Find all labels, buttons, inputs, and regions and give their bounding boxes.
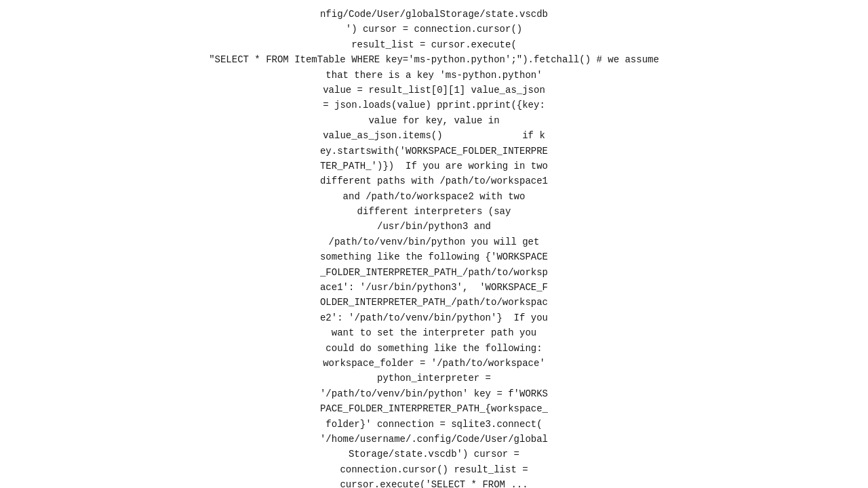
- line-12: different paths with /path/to/workspace1: [142, 174, 726, 188]
- line-16: /path/to/venv/bin/python you will get: [142, 235, 726, 249]
- line-1: nfig/Code/User/globalStorage/state.vscdb: [142, 7, 726, 22]
- line-9: value_as_json.items() if k: [142, 128, 726, 143]
- line-21: e2': '/path/to/venv/bin/python'} If you: [142, 310, 726, 325]
- code-text-block: nfig/Code/User/globalStorage/state.vscdb…: [142, 7, 726, 488]
- line-7: = json.loads(value) pprint.pprint({key:: [142, 98, 726, 113]
- line-24: workspace_folder = '/path/to/workspace': [142, 356, 726, 371]
- main-content: nfig/Code/User/globalStorage/state.vscdb…: [0, 0, 868, 488]
- line-31: connection.cursor() result_list =: [142, 462, 726, 477]
- line-6: value = result_list[0][1] value_as_json: [142, 83, 726, 98]
- line-15: /usr/bin/python3 and: [142, 219, 726, 234]
- line-13: and /path/to/workspace2 with two: [142, 189, 726, 204]
- line-28: folder}' connection = sqlite3.connect(: [142, 417, 726, 432]
- line-26: '/path/to/venv/bin/python' key = f'WORKS: [142, 386, 726, 401]
- line-20: OLDER_INTERPRETER_PATH_/path/to/workspac: [142, 295, 726, 310]
- line-17: something like the following {'WORKSPACE: [142, 249, 726, 264]
- line-11: TER_PATH_')}) If you are working in two: [142, 159, 726, 174]
- line-27: PACE_FOLDER_INTERPRETER_PATH_{workspace_: [142, 401, 726, 416]
- line-32: cursor.execute('SELECT * FROM ...: [142, 477, 726, 488]
- line-29: '/home/username/.config/Code/User/global: [142, 432, 726, 447]
- line-2: ') cursor = connection.cursor(): [142, 22, 726, 37]
- line-14: different interpreters (say: [142, 204, 726, 219]
- line-25: python_interpreter =: [142, 371, 726, 386]
- line-23: could do something like the following:: [142, 341, 726, 356]
- line-18: _FOLDER_INTERPRETER_PATH_/path/to/worksp: [142, 265, 726, 280]
- line-19: ace1': '/usr/bin/python3', 'WORKSPACE_F: [142, 280, 726, 295]
- line-22: want to set the interpreter path you: [142, 325, 726, 340]
- line-4: "SELECT * FROM ItemTable WHERE key='ms-p…: [142, 52, 726, 67]
- line-30: Storage/state.vscdb') cursor =: [142, 447, 726, 462]
- line-5: that there is a key 'ms-python.python': [142, 68, 726, 83]
- line-8: value for key, value in: [142, 113, 726, 128]
- line-3: result_list = cursor.execute(: [142, 37, 726, 52]
- line-10: ey.startswith('WORKSPACE_FOLDER_INTERPRE: [142, 144, 726, 159]
